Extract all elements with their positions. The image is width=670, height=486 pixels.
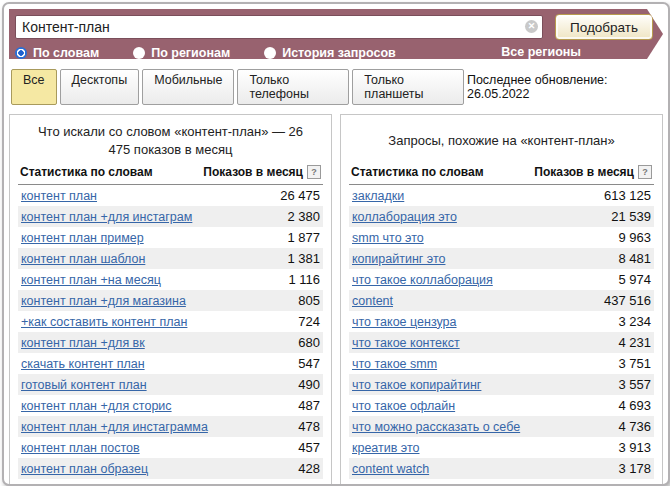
keyword-link[interactable]: +как составить контент план: [21, 315, 187, 329]
keyword-link[interactable]: что такое коллаборация: [352, 273, 493, 287]
panel-searched-with-word: Что искали со словом «контент-план» — 26…: [9, 114, 332, 486]
keyword-link[interactable]: копирайтинг это: [352, 252, 445, 266]
impressions-value: 547: [298, 356, 320, 371]
panel-title: Запросы, похожие на «контент-план»: [388, 132, 614, 150]
impressions-value: 9 963: [618, 230, 651, 245]
table-row: что такое цензура3 234: [349, 311, 654, 332]
impressions-value: 3 913: [618, 440, 651, 455]
keyword-link[interactable]: что такое копирайтинг: [352, 378, 481, 392]
impressions-value: 3 557: [618, 377, 651, 392]
keyword-link[interactable]: контент план шаблон: [21, 252, 145, 266]
last-update-label: Последнее обновление: 26.05.2022: [467, 73, 663, 101]
keyword-link[interactable]: контент план +для вк: [21, 336, 145, 350]
keyword-link[interactable]: что можно рассказать о себе: [352, 420, 520, 434]
radio-selected[interactable]: По словам: [15, 46, 99, 60]
search-input[interactable]: [15, 15, 543, 39]
impressions-value: 410: [298, 482, 320, 486]
impressions-value: 1 381: [287, 251, 320, 266]
impressions-value: 2 380: [287, 209, 320, 224]
table-row: контент план постов457: [18, 437, 323, 458]
keyword-link[interactable]: закладки: [352, 189, 404, 203]
impressions-value: 4 693: [618, 398, 651, 413]
table-row: готовый контент план490: [18, 374, 323, 395]
table-row: контент план салона410: [18, 479, 323, 486]
panel-title: Что искали со словом «контент-план» — 26…: [36, 123, 305, 158]
all-regions-link[interactable]: Все регионы: [501, 45, 581, 61]
radio-option[interactable]: История запросов: [264, 46, 396, 60]
keyword-link[interactable]: что такое smm: [352, 357, 437, 371]
table-row: офлайн что это9 596: [349, 479, 654, 486]
table-row: контент план +для инстаграмма478: [18, 416, 323, 437]
table-row: content watch3 178: [349, 458, 654, 479]
table-row: что такое контекст4 231: [349, 332, 654, 353]
help-icon[interactable]: ?: [307, 165, 321, 179]
tab-device[interactable]: Десктопы: [60, 69, 140, 105]
table-row: контент план26 475: [18, 185, 323, 206]
impressions-value: 1 116: [288, 272, 320, 287]
keyword-link[interactable]: контент план +для магазина: [21, 294, 186, 308]
impressions-value: 4 736: [618, 419, 651, 434]
keyword-link[interactable]: content: [352, 294, 393, 308]
impressions-value: 5 974: [618, 272, 651, 287]
table-row: что такое копирайтинг3 557: [349, 374, 654, 395]
keyword-link[interactable]: контент план +для инстаграмма: [21, 420, 208, 434]
table-row: креатив это3 913: [349, 437, 654, 458]
keyword-link[interactable]: скачать контент план: [21, 357, 145, 371]
tab-device[interactable]: Только планшеты: [352, 69, 464, 105]
keyword-link[interactable]: офлайн что это: [352, 483, 442, 486]
keyword-link[interactable]: контент план: [21, 189, 97, 203]
impressions-value: 26 475: [280, 188, 320, 203]
impressions-value: 428: [298, 461, 320, 476]
table-row: скачать контент план547: [18, 353, 323, 374]
search-mode-radios: По словамПо регионамИстория запросов Все…: [15, 45, 663, 61]
tab-device[interactable]: Мобильные: [142, 69, 234, 105]
table-row: что такое smm3 751: [349, 353, 654, 374]
screenshot-frame: ✕ Подобрать По словамПо регионамИстория …: [2, 2, 670, 486]
impressions-value: 21 539: [611, 209, 651, 224]
keyword-link[interactable]: smm что это: [352, 231, 424, 245]
tab-active[interactable]: Все: [11, 69, 57, 105]
radio-label: По словам: [33, 46, 99, 60]
search-row: ✕ Подобрать: [15, 14, 663, 40]
radio-option[interactable]: По регионам: [133, 46, 230, 60]
impressions-value: 3 751: [618, 356, 651, 371]
keyword-link[interactable]: контент план постов: [21, 441, 140, 455]
keyword-link[interactable]: контент план +на месяц: [21, 273, 161, 287]
column-impressions-header: Показов в месяц: [534, 165, 634, 179]
radio-label: По регионам: [151, 46, 230, 60]
impressions-value: 8 481: [618, 251, 651, 266]
keyword-link[interactable]: готовый контент план: [21, 378, 147, 392]
keyword-link[interactable]: что такое цензура: [352, 315, 457, 329]
device-tabs: ВсеДесктопыМобильныеТолько телефоныТольк…: [11, 69, 467, 105]
impressions-value: 478: [298, 419, 320, 434]
table-row: контент план +для сторис487: [18, 395, 323, 416]
table-row: контент план +для вк680: [18, 332, 323, 353]
impressions-value: 1 877: [287, 230, 320, 245]
keyword-link[interactable]: креатив это: [352, 441, 420, 455]
radio-icon[interactable]: [15, 47, 27, 59]
impressions-value: 613 125: [604, 188, 651, 203]
keyword-link[interactable]: контент план +для инстаграм: [21, 210, 192, 224]
clear-icon[interactable]: ✕: [525, 20, 538, 33]
keyword-link[interactable]: контент план пример: [21, 231, 144, 245]
keyword-link[interactable]: что такое офлайн: [352, 399, 455, 413]
keyword-link[interactable]: контент план образец: [21, 462, 148, 476]
radio-icon[interactable]: [264, 47, 276, 59]
submit-button[interactable]: Подобрать: [555, 14, 653, 40]
keyword-link[interactable]: content watch: [352, 462, 429, 476]
impressions-value: 805: [298, 293, 320, 308]
table-row: коллаборация это21 539: [349, 206, 654, 227]
impressions-value: 680: [298, 335, 320, 350]
help-icon[interactable]: ?: [638, 165, 652, 179]
keyword-link[interactable]: контент план салона: [21, 483, 142, 486]
impressions-value: 3 234: [618, 314, 651, 329]
table-row: контент план пример1 877: [18, 227, 323, 248]
radio-icon[interactable]: [133, 47, 145, 59]
keyword-link[interactable]: коллаборация это: [352, 210, 457, 224]
impressions-value: 457: [298, 440, 320, 455]
keyword-link[interactable]: контент план +для сторис: [21, 399, 172, 413]
tab-device[interactable]: Только телефоны: [237, 69, 349, 105]
table-row: контент план +на месяц1 116: [18, 269, 323, 290]
table-row: копирайтинг это8 481: [349, 248, 654, 269]
keyword-link[interactable]: что такое контекст: [352, 336, 460, 350]
